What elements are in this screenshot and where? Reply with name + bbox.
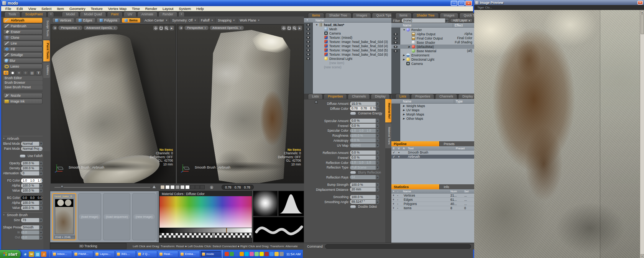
toolbar-dropdown[interactable]: Falloff [198, 18, 215, 23]
property-field[interactable]: 100.0 % [350, 134, 379, 138]
property-value[interactable]: 73 [21, 218, 39, 222]
shader-tree-row[interactable]: Render [391, 28, 474, 32]
property-field[interactable]: 1.0 1.0 1.0 [21, 179, 43, 183]
selection-mode-button[interactable]: Polygons [97, 18, 120, 23]
preview-close-button[interactable]: × [637, 1, 643, 5]
stepper-icon[interactable] [376, 134, 379, 138]
property-value[interactable]: 100.0 % [21, 184, 39, 187]
brush-tip-procedural[interactable]: ✦ [16, 70, 22, 75]
tray-icon[interactable] [274, 252, 279, 256]
checkbox[interactable] [350, 112, 356, 115]
visibility-eye-icon[interactable] [394, 37, 398, 40]
stepper-icon[interactable] [39, 230, 43, 235]
item-tree-row[interactable]: Texture: Image: head_bake_final_02d (3) [304, 40, 391, 44]
selection-mode-button[interactable]: Items [122, 18, 141, 23]
tray-icon[interactable] [240, 252, 244, 256]
map-list-row[interactable]: Weight Maps [391, 104, 474, 108]
stepper-icon[interactable] [39, 166, 43, 170]
ink-tool-button[interactable]: Nozzle [3, 93, 43, 98]
menu-item[interactable]: Geometry [67, 7, 88, 11]
channel-knob-icon[interactable] [315, 101, 318, 104]
layer-effect[interactable]: Full Shading [455, 41, 472, 44]
visibility-eye-icon[interactable] [306, 24, 310, 26]
visibility-eye-icon[interactable] [394, 50, 398, 53]
layout-tab[interactable]: Animate [137, 12, 158, 17]
panel-tab[interactable]: Display [371, 94, 390, 99]
checkbox[interactable] [20, 154, 26, 158]
minimize-button[interactable]: – [451, 1, 457, 6]
brush-link-button[interactable]: Brush Browser [3, 81, 43, 85]
collapse-all-header[interactable]: - [396, 190, 400, 193]
collapse-cell[interactable]: - [396, 198, 400, 202]
property-value[interactable]: 0.0 % [350, 119, 376, 122]
item-tree-row[interactable]: Directional Light [304, 56, 391, 61]
panel-tab[interactable]: Items [395, 13, 412, 18]
item-tree-row[interactable]: Texture: Image: head_bake_final_02d (5) [304, 48, 391, 52]
panel-tab[interactable]: Lists [395, 94, 410, 99]
value-gradient-strip[interactable] [159, 228, 252, 233]
layout-tab[interactable]: Model [62, 12, 79, 17]
stepper-icon[interactable] [39, 161, 43, 165]
scroll-down-icon[interactable]: ▼ [641, 254, 644, 258]
taskbar-window-button[interactable]: Real... [158, 251, 179, 257]
panel-tab[interactable]: Lists [308, 94, 323, 99]
stepper-icon[interactable] [376, 102, 379, 106]
item-tree-row[interactable]: Texture: (mixed) [304, 35, 391, 40]
material-vertical-tab[interactable]: Material Ref [385, 99, 391, 122]
tray-icon[interactable] [255, 252, 259, 256]
command-input[interactable] [325, 244, 471, 249]
stepper-icon[interactable] [376, 143, 379, 147]
expander-icon[interactable] [403, 104, 406, 108]
color-swatch[interactable] [180, 185, 185, 189]
panel-tab[interactable]: Images [352, 13, 371, 18]
visible-dot[interactable]: ● [396, 155, 401, 158]
tray-icon[interactable] [245, 252, 249, 256]
tray-icon[interactable] [279, 252, 284, 256]
sidebar-vertical-tab[interactable]: Utilities [43, 63, 50, 78]
color-value-display[interactable]: 0.78 0.78 0.78 [222, 185, 254, 190]
item-tree-row[interactable]: head_06.lwo* [304, 23, 391, 27]
property-value[interactable]: 0.0 % [350, 139, 376, 142]
visibility-eye-icon[interactable] [306, 41, 310, 43]
mail-icon[interactable]: ✉ [29, 251, 34, 257]
item-tree-row[interactable]: Texture: Image: head_bake_final_02d (6) [304, 52, 391, 56]
paint-tool-button[interactable]: Blur [3, 58, 43, 63]
stepper-icon[interactable] [376, 129, 379, 133]
expand-all-header[interactable]: + [391, 190, 396, 193]
collapse-cell[interactable]: - [396, 194, 400, 197]
property-field[interactable]: 100.0 % [21, 206, 43, 210]
stepper-icon[interactable] [39, 184, 43, 188]
property-field[interactable]: (none) [350, 143, 379, 147]
stepper-icon[interactable] [39, 142, 43, 146]
shader-tree-row[interactable]: Final Color Output Final Color [391, 36, 474, 40]
property-field[interactable]: 15.0 % [350, 102, 379, 106]
expand-cell[interactable]: + [391, 206, 396, 210]
airbrush-group-header[interactable]: Airbrush [3, 136, 43, 141]
layout-tab[interactable]: + [178, 12, 185, 17]
texture-image[interactable] [474, 10, 640, 258]
property-field[interactable]: Smooth [21, 225, 43, 230]
slider-track[interactable] [54, 187, 150, 188]
property-field[interactable]: 0.78 0.78 0.78 [350, 106, 379, 111]
item-tree-row[interactable]: Texture: Image: head_bake_final_02d (4) [304, 44, 391, 48]
menu-item[interactable]: View [26, 7, 39, 11]
map-list-row[interactable]: Other Maps [391, 116, 474, 121]
paint-tool-button[interactable]: Eraser [3, 29, 43, 35]
pipeline-row[interactable]: ✓ ● Airbrush [391, 155, 474, 159]
property-value[interactable]: 0.78 0.78 0.78 [350, 107, 376, 110]
rotate-icon[interactable] [287, 26, 291, 30]
tray-icon[interactable] [235, 252, 239, 256]
expander-icon[interactable] [408, 45, 412, 48]
paint-tool-button[interactable]: Fill [3, 46, 43, 52]
item-tree-row[interactable]: Mesh [304, 27, 391, 31]
taskbar-window-button[interactable]: Inbox... [51, 251, 72, 257]
color-swatch[interactable] [165, 185, 170, 189]
name-column-header[interactable]: Name [403, 23, 411, 27]
clip-tile[interactable]: (new image) [132, 193, 156, 240]
shader-tree-row[interactable]: Base Shader Full Shading [391, 40, 474, 45]
layout-tab[interactable]: UV [123, 12, 136, 17]
menu-item[interactable]: System [176, 7, 194, 11]
layer-effect[interactable]: Alpha [464, 32, 472, 36]
browser-scrollbar[interactable] [156, 192, 158, 241]
expand-cell[interactable]: + [391, 202, 396, 206]
